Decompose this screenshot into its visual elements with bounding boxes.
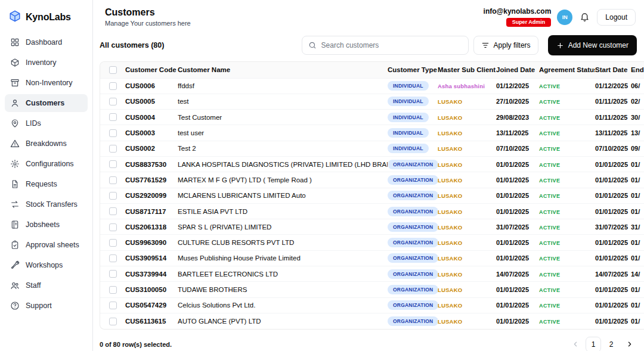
document-icon bbox=[10, 179, 20, 189]
status-badge: ACTIVE bbox=[539, 209, 560, 215]
status-badge: ACTIVE bbox=[539, 162, 560, 168]
select-all-checkbox[interactable] bbox=[109, 66, 117, 74]
cell-customer-code: CUS0006 bbox=[125, 78, 178, 94]
cell-joined-date: 01/01/2025 bbox=[496, 235, 539, 250]
cell-customer-type: ORGANIZATION bbox=[388, 156, 438, 172]
next-page-icon[interactable] bbox=[623, 338, 636, 351]
cell-customer-code: CUS8717117 bbox=[125, 203, 178, 219]
cell-start-date: 01/01/2025 bbox=[595, 282, 631, 297]
cell-start-date: 07/10/2025 bbox=[595, 141, 631, 156]
cell-customer-name: TUDAWE BROTHERS bbox=[178, 282, 388, 297]
notification-bell-icon[interactable] bbox=[578, 11, 591, 23]
brand-logo: KynoLabs bbox=[5, 8, 88, 33]
cell-customer-name: test user bbox=[178, 125, 388, 141]
sidebar-item-label: Dashboard bbox=[26, 38, 62, 46]
master-sub-client-badge: LUSAKO bbox=[438, 209, 462, 215]
cell-end-date: 01/ bbox=[631, 313, 644, 328]
sidebar-item-inventory[interactable]: Inventory bbox=[5, 54, 88, 72]
customer-type-badge: ORGANIZATION bbox=[388, 253, 438, 263]
cell-customer-name: test bbox=[178, 94, 388, 109]
row-checkbox[interactable] bbox=[109, 129, 117, 137]
customer-type-badge: ORGANIZATION bbox=[388, 285, 438, 294]
cell-customer-name: CULTURE CLUB RESORTS PVT LTD bbox=[178, 235, 388, 250]
apply-filters-button[interactable]: Apply filters bbox=[473, 36, 538, 55]
sidebar-item-workshops[interactable]: Workshops bbox=[5, 256, 88, 274]
cell-customer-code: CUS0002 bbox=[125, 141, 178, 156]
column-header-customer-type: Customer Type bbox=[388, 62, 438, 78]
cell-joined-date: 31/07/2025 bbox=[496, 219, 539, 235]
sidebar-item-support[interactable]: Support bbox=[5, 297, 88, 315]
customer-type-badge: INDIVIDUAL bbox=[388, 81, 429, 91]
search-box[interactable] bbox=[302, 36, 469, 55]
master-sub-client-badge: LUSAKO bbox=[438, 192, 462, 199]
search-icon bbox=[308, 41, 317, 49]
master-sub-client-badge: LUSAKO bbox=[438, 287, 462, 293]
cell-customer-name: SPAR S L (PRIVATE) LIMITED bbox=[178, 219, 388, 235]
row-checkbox[interactable] bbox=[109, 176, 117, 184]
cell-customer-name: MARTEX M F G (PVT) LTD ( Temple Road ) bbox=[178, 172, 388, 188]
cell-customer-code: CUS0004 bbox=[125, 110, 178, 125]
cell-master-sub-client: LUSAKO bbox=[438, 266, 496, 282]
cell-master-sub-client: LUSAKO bbox=[438, 141, 496, 156]
cell-customer-type: ORGANIZATION bbox=[388, 282, 438, 297]
customer-type-badge: INDIVIDUAL bbox=[388, 113, 429, 122]
avatar[interactable]: IN bbox=[557, 10, 572, 25]
table-row: CUS6113615AUTO GLANCE (PVT) LTDORGANIZAT… bbox=[100, 313, 644, 328]
row-checkbox[interactable] bbox=[109, 113, 117, 121]
row-checkbox[interactable] bbox=[109, 302, 117, 309]
row-checkbox[interactable] bbox=[109, 239, 117, 247]
add-new-customer-button[interactable]: Add New customer bbox=[548, 35, 637, 55]
cell-customer-type: ORGANIZATION bbox=[388, 203, 438, 219]
sidebar-item-customers[interactable]: Customers bbox=[5, 94, 88, 112]
cell-master-sub-client: LUSAKO bbox=[438, 235, 496, 250]
logout-button[interactable]: Logout bbox=[597, 9, 636, 26]
row-checkbox[interactable] bbox=[109, 270, 117, 278]
cell-agreement-status: ACTIVE bbox=[539, 94, 595, 109]
cell-agreement-status: ACTIVE bbox=[539, 250, 595, 266]
sidebar-item-stock-transfers[interactable]: Stock Transfers bbox=[5, 195, 88, 213]
sidebar-item-dashboard[interactable]: Dashboard bbox=[5, 33, 88, 51]
sidebar-item-label: Requests bbox=[26, 180, 57, 188]
cell-customer-code: CUS9963090 bbox=[125, 235, 178, 250]
master-sub-client-badge: LUSAKO bbox=[438, 161, 462, 168]
row-checkbox[interactable] bbox=[109, 192, 117, 200]
cell-customer-type: ORGANIZATION bbox=[388, 219, 438, 235]
cell-customer-type: ORGANIZATION bbox=[388, 297, 438, 313]
row-checkbox[interactable] bbox=[109, 286, 117, 294]
row-checkbox[interactable] bbox=[109, 254, 117, 262]
sidebar-item-jobsheets[interactable]: Jobsheets bbox=[5, 216, 88, 234]
sidebar-item-breakdowns[interactable]: Breakdowns bbox=[5, 135, 88, 153]
clipboard-check-icon bbox=[10, 240, 20, 250]
sidebar-item-non-inventory[interactable]: Non-Inventory bbox=[5, 74, 88, 92]
page-button-1[interactable]: 1 bbox=[586, 337, 601, 351]
cell-master-sub-client: LUSAKO bbox=[438, 219, 496, 235]
row-checkbox[interactable] bbox=[109, 318, 117, 325]
cell-end-date: 01/ bbox=[631, 172, 644, 188]
cell-customer-type: INDIVIDUAL bbox=[388, 94, 438, 109]
customer-type-badge: ORGANIZATION bbox=[388, 238, 438, 247]
master-sub-client-badge: LUSAKO bbox=[438, 114, 462, 121]
prev-page-icon[interactable] bbox=[569, 338, 582, 351]
search-input[interactable] bbox=[321, 41, 462, 49]
cell-agreement-status: ACTIVE bbox=[539, 235, 595, 250]
row-checkbox[interactable] bbox=[109, 145, 117, 153]
sidebar-item-requests[interactable]: Requests bbox=[5, 175, 88, 193]
row-checkbox[interactable] bbox=[109, 98, 117, 105]
sidebar-item-staff[interactable]: Staff bbox=[5, 277, 88, 294]
sidebar-item-approval-sheets[interactable]: Approval sheets bbox=[5, 236, 88, 254]
row-checkbox[interactable] bbox=[109, 82, 117, 90]
page-button-2[interactable]: 2 bbox=[603, 337, 619, 351]
row-checkbox[interactable] bbox=[109, 160, 117, 168]
status-badge: ACTIVE bbox=[539, 115, 560, 121]
row-checkbox[interactable] bbox=[109, 207, 117, 215]
master-sub-client-badge: LUSAKO bbox=[438, 98, 462, 105]
topbar: Customers Manage Your customers here inf… bbox=[93, 0, 644, 30]
table-row: CUS2061318SPAR S L (PRIVATE) LIMITEDORGA… bbox=[100, 219, 644, 235]
table-row: CUS0003test userINDIVIDUALLUSAKO13/11/20… bbox=[100, 125, 644, 141]
column-header-agreement-status: Agreement Status bbox=[539, 62, 595, 78]
cell-agreement-status: ACTIVE bbox=[539, 172, 595, 188]
sidebar-item-configurations[interactable]: Configurations bbox=[5, 155, 88, 173]
cell-joined-date: 29/08/2023 bbox=[496, 110, 539, 125]
sidebar-item-lids[interactable]: LIDs bbox=[5, 114, 88, 132]
row-checkbox[interactable] bbox=[109, 223, 117, 231]
